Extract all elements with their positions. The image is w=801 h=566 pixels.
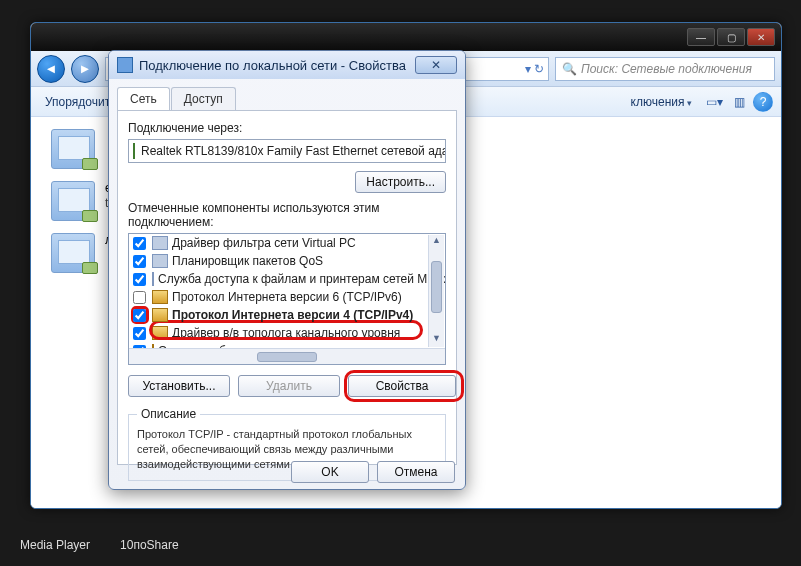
taskbar-item: Media Player xyxy=(20,538,90,552)
properties-button[interactable]: Свойства xyxy=(348,375,456,397)
install-button[interactable]: Установить... xyxy=(128,375,230,397)
tab-access[interactable]: Доступ xyxy=(171,87,236,110)
search-input[interactable]: 🔍 Поиск: Сетевые подключения xyxy=(555,57,775,81)
item-label: Протокол Интернета версии 6 (TCP/IPv6) xyxy=(172,290,402,304)
item-checkbox[interactable] xyxy=(133,273,146,286)
configure-button[interactable]: Настроить... xyxy=(355,171,446,193)
search-icon: 🔍 xyxy=(562,62,577,76)
dialog-close-button[interactable]: ✕ xyxy=(415,56,457,74)
list-item-ipv4[interactable]: Протокол Интернета версии 4 (TCP/IPv4) xyxy=(129,306,445,324)
item-label: Ответчик обнаружения топологии канальног… xyxy=(158,344,441,348)
cancel-button[interactable]: Отмена xyxy=(377,461,455,483)
item-checkbox[interactable] xyxy=(133,309,146,322)
maximize-button[interactable]: ▢ xyxy=(717,28,745,46)
connections-menu[interactable]: ключения xyxy=(625,91,698,113)
network-adapter-icon xyxy=(51,181,95,221)
scroll-down-icon[interactable]: ▼ xyxy=(429,333,444,347)
item-label: Драйвер в/в тополога канального уровня xyxy=(172,326,400,340)
dialog-buttons: OK Отмена xyxy=(109,461,465,483)
dialog-title: Подключение по локальной сети - Свойства xyxy=(139,58,406,73)
scroll-up-icon[interactable]: ▲ xyxy=(429,235,444,249)
protocol-icon xyxy=(152,344,154,348)
item-checkbox[interactable] xyxy=(133,237,146,250)
list-item[interactable]: Протокол Интернета версии 6 (TCP/IPv6) xyxy=(129,288,445,306)
protocol-icon xyxy=(152,308,168,322)
list-item[interactable]: Служба доступа к файлам и принтерам сете… xyxy=(129,270,445,288)
tab-strip: Сеть Доступ xyxy=(109,79,465,110)
preview-pane-icon[interactable]: ▥ xyxy=(728,92,750,112)
list-item[interactable]: Драйвер фильтра сети Virtual PC xyxy=(129,234,445,252)
item-label: Планировщик пакетов QoS xyxy=(172,254,323,268)
tab-panel: Подключение через: Realtek RTL8139/810x … xyxy=(117,110,457,465)
forward-button[interactable]: ► xyxy=(71,55,99,83)
hscrollbar[interactable] xyxy=(129,348,445,364)
item-label: Служба доступа к файлам и принтерам сете… xyxy=(158,272,445,286)
item-checkbox[interactable] xyxy=(133,345,146,349)
service-icon xyxy=(152,254,168,268)
item-checkbox[interactable] xyxy=(133,291,146,304)
list-item[interactable]: Драйвер в/в тополога канального уровня xyxy=(129,324,445,342)
item-checkbox[interactable] xyxy=(133,255,146,268)
close-button[interactable]: ✕ xyxy=(747,28,775,46)
description-title: Описание xyxy=(137,407,200,421)
back-button[interactable]: ◄ xyxy=(37,55,65,83)
properties-dialog: Подключение по локальной сети - Свойства… xyxy=(108,50,466,490)
ok-button[interactable]: OK xyxy=(291,461,369,483)
protocol-icon xyxy=(152,326,168,340)
tab-network[interactable]: Сеть xyxy=(117,87,170,110)
network-adapter-icon xyxy=(51,129,95,169)
remove-button: Удалить xyxy=(238,375,340,397)
taskbar-hints: Media Player 10поShare xyxy=(20,538,179,552)
item-label: Протокол Интернета версии 4 (TCP/IPv4) xyxy=(172,308,413,322)
minimize-button[interactable]: — xyxy=(687,28,715,46)
service-icon xyxy=(152,272,154,286)
list-item[interactable]: Ответчик обнаружения топологии канальног… xyxy=(129,342,445,348)
hscroll-thumb[interactable] xyxy=(257,352,317,362)
taskbar-item: 10поShare xyxy=(120,538,179,552)
item-label: Драйвер фильтра сети Virtual PC xyxy=(172,236,356,250)
item-checkbox[interactable] xyxy=(133,327,146,340)
components-listbox[interactable]: Драйвер фильтра сети Virtual PC Планиров… xyxy=(128,233,446,365)
view-icon[interactable]: ▭▾ xyxy=(703,92,725,112)
protocol-icon xyxy=(152,290,168,304)
list-item[interactable]: Планировщик пакетов QoS xyxy=(129,252,445,270)
help-icon[interactable]: ? xyxy=(753,92,773,112)
network-adapter-icon xyxy=(51,233,95,273)
connect-via-label: Подключение через: xyxy=(128,121,446,135)
titlebar: — ▢ ✕ xyxy=(31,23,781,51)
dialog-titlebar: Подключение по локальной сети - Свойства… xyxy=(109,51,465,79)
components-label: Отмеченные компоненты используются этим … xyxy=(128,201,446,229)
vscrollbar[interactable]: ▲ ▼ xyxy=(428,235,444,347)
adapter-name: Realtek RTL8139/810x Family Fast Etherne… xyxy=(141,144,446,158)
service-icon xyxy=(152,236,168,250)
search-placeholder: Поиск: Сетевые подключения xyxy=(581,62,752,76)
adapter-field: Realtek RTL8139/810x Family Fast Etherne… xyxy=(128,139,446,163)
dialog-icon xyxy=(117,57,133,73)
adapter-icon xyxy=(133,143,135,159)
